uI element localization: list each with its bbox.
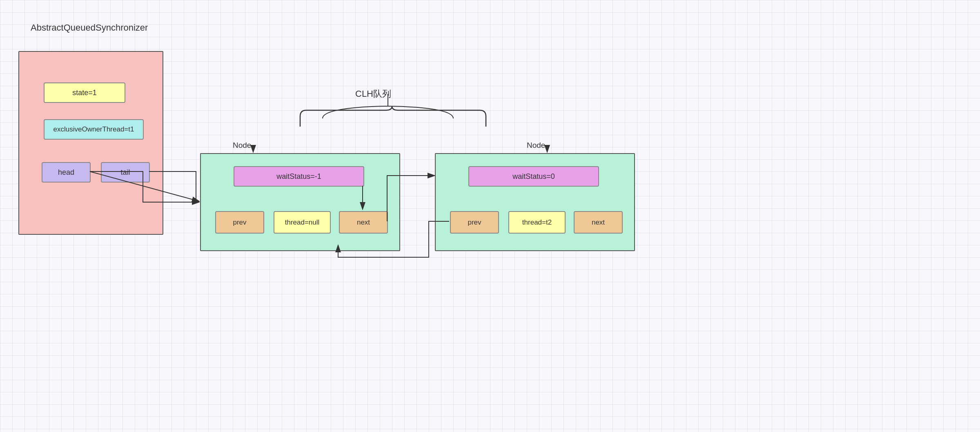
node2-prev: prev [450, 211, 499, 234]
node2-wait-status: waitStatus=0 [468, 166, 599, 187]
tail-box: tail [101, 162, 150, 183]
state-box: state=1 [44, 82, 125, 103]
node1-label: Node [233, 141, 251, 150]
node2-thread: thread=t2 [508, 211, 566, 234]
exclusive-box: exclusiveOwnerThread=t1 [44, 119, 144, 140]
diagram-title: AbstractQueuedSynchronizer [31, 22, 148, 33]
node2-next: next [574, 211, 623, 234]
clh-label: CLH队列 [355, 88, 391, 100]
node2-box: waitStatus=0 prev thread=t2 next [435, 153, 635, 251]
aqs-box: state=1 exclusiveOwnerThread=t1 head tai… [18, 51, 163, 235]
node1-prev: prev [215, 211, 264, 234]
node1-next: next [339, 211, 388, 234]
node2-label: Node [527, 141, 545, 150]
head-box: head [42, 162, 91, 183]
node1-thread: thread=null [274, 211, 331, 234]
node1-wait-status: waitStatus=-1 [234, 166, 364, 187]
node1-box: waitStatus=-1 prev thread=null next [200, 153, 400, 251]
